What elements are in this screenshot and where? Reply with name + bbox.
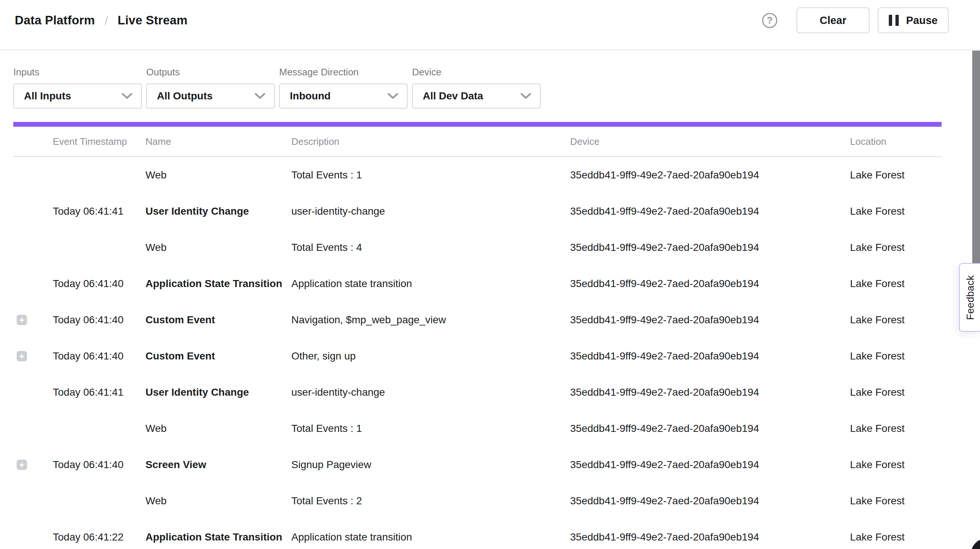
cell-timestamp: Today 06:41:40 [53, 314, 145, 326]
filter-dropdown[interactable]: Inbound [279, 83, 408, 109]
expand-cell [13, 532, 53, 543]
accent-divider [13, 122, 942, 127]
chevron-down-icon [122, 93, 132, 99]
cell-description: Application state transition [291, 278, 570, 290]
filter-label: Message Direction [279, 67, 408, 78]
column-header-name: Name [145, 136, 291, 147]
table-body: Web Total Events : 1 35eddb41-9ff9-49e2-… [13, 157, 942, 549]
table-row[interactable]: Web Total Events : 1 35eddb41-9ff9-49e2-… [13, 157, 942, 193]
expand-plus-icon[interactable]: + [17, 460, 27, 470]
cell-device: 35eddb41-9ff9-49e2-7aed-20afa90eb194 [570, 350, 850, 362]
table-row[interactable]: + Today 06:41:40 Custom Event Other, sig… [13, 338, 942, 374]
cell-timestamp: Today 06:41:40 [53, 350, 145, 362]
table-header: Event Timestamp Name Description Device … [13, 127, 942, 157]
expand-plus-icon[interactable]: + [17, 315, 27, 325]
cell-description: Total Events : 1 [291, 423, 570, 434]
table-row[interactable]: Web Total Events : 2 35eddb41-9ff9-49e2-… [13, 483, 942, 519]
pause-icon [889, 15, 899, 26]
cell-device: 35eddb41-9ff9-49e2-7aed-20afa90eb194 [570, 169, 850, 181]
table-row[interactable]: Web Total Events : 1 35eddb41-9ff9-49e2-… [13, 410, 942, 447]
pause-button-label: Pause [906, 14, 937, 27]
expand-cell [13, 243, 53, 253]
cell-device: 35eddb41-9ff9-49e2-7aed-20afa90eb194 [570, 386, 850, 398]
table-row[interactable]: Today 06:41:40 Application State Transit… [13, 266, 942, 302]
cell-device: 35eddb41-9ff9-49e2-7aed-20afa90eb194 [570, 459, 850, 471]
filter-label: Outputs [146, 67, 275, 78]
clear-button[interactable]: Clear [797, 7, 870, 33]
filter: Message Direction Inbound [279, 67, 408, 109]
table-row[interactable]: Today 06:41:41 User Identity Change user… [13, 193, 942, 230]
cell-description: Total Events : 1 [291, 169, 570, 181]
cell-description: Application state transition [291, 531, 570, 543]
cell-device: 35eddb41-9ff9-49e2-7aed-20afa90eb194 [570, 206, 850, 217]
table-row[interactable]: + Today 06:41:40 Custom Event Navigation… [13, 302, 942, 338]
cell-device: 35eddb41-9ff9-49e2-7aed-20afa90eb194 [570, 278, 850, 290]
expand-cell: + [13, 460, 53, 470]
expand-cell: + [13, 351, 53, 361]
expand-cell [13, 423, 53, 434]
filter-selected-value: All Outputs [157, 90, 213, 102]
chevron-down-icon [388, 93, 398, 99]
cell-location: Lake Forest [850, 206, 942, 217]
chat-bubble-button[interactable] [971, 539, 980, 549]
cell-location: Lake Forest [850, 278, 942, 290]
pause-button[interactable]: Pause [878, 7, 948, 33]
filter-dropdown[interactable]: All Inputs [13, 83, 142, 109]
expand-cell [13, 387, 53, 397]
cell-description: user-identity-change [291, 386, 570, 398]
filter: Inputs All Inputs [13, 67, 142, 109]
breadcrumb-data-platform[interactable]: Data Platform [15, 13, 95, 27]
filter: Outputs All Outputs [146, 67, 275, 109]
cell-description: user-identity-change [291, 206, 570, 217]
filters: Inputs All Inputs Outputs All Outputs Me… [0, 50, 980, 109]
cell-name: Web [145, 242, 291, 254]
cell-name: Web [145, 495, 291, 507]
filter-selected-value: Inbound [290, 90, 331, 102]
cell-location: Lake Forest [850, 459, 942, 471]
cell-device: 35eddb41-9ff9-49e2-7aed-20afa90eb194 [570, 531, 850, 543]
filter-selected-value: All Inputs [24, 90, 71, 102]
filter-dropdown[interactable]: All Dev Data [412, 83, 541, 109]
filter-dropdown[interactable]: All Outputs [146, 83, 275, 109]
cell-description: Signup Pageview [291, 459, 570, 471]
table-row[interactable]: Web Total Events : 4 35eddb41-9ff9-49e2-… [13, 230, 942, 266]
cell-name: Web [145, 169, 291, 181]
cell-timestamp: Today 06:41:22 [53, 531, 145, 543]
feedback-tab[interactable]: Feedback [959, 263, 980, 332]
cell-name: Custom Event [145, 350, 291, 362]
cell-timestamp: Today 06:41:41 [53, 206, 145, 217]
cell-name: Custom Event [145, 314, 291, 326]
live-stream-page: Data Platform / Live Stream ? Clear Paus… [0, 0, 980, 549]
expand-plus-icon[interactable]: + [17, 351, 27, 361]
expand-cell [13, 206, 53, 217]
chevron-down-icon [255, 93, 265, 99]
cell-location: Lake Forest [850, 350, 942, 362]
feedback-tab-label: Feedback [965, 275, 976, 320]
cell-device: 35eddb41-9ff9-49e2-7aed-20afa90eb194 [570, 314, 850, 326]
cell-name: Web [145, 423, 291, 434]
scrollbar-thumb[interactable] [972, 51, 980, 266]
cell-location: Lake Forest [850, 169, 942, 181]
filter-selected-value: All Dev Data [423, 90, 483, 102]
cell-timestamp: Today 06:41:40 [53, 459, 145, 471]
table-row[interactable]: Today 06:41:41 User Identity Change user… [13, 374, 942, 410]
cell-device: 35eddb41-9ff9-49e2-7aed-20afa90eb194 [570, 423, 850, 434]
cell-location: Lake Forest [850, 531, 942, 543]
cell-name: Application State Transition [145, 278, 291, 290]
column-header-event-timestamp: Event Timestamp [53, 136, 145, 147]
expand-cell [13, 496, 53, 506]
expand-cell [13, 279, 53, 289]
table-row[interactable]: Today 06:41:22 Application State Transit… [13, 519, 942, 549]
cell-description: Total Events : 4 [291, 242, 570, 254]
cell-name: Screen View [145, 459, 291, 471]
column-header-description: Description [291, 136, 570, 147]
help-icon[interactable]: ? [762, 13, 777, 28]
header: Data Platform / Live Stream ? Clear Paus… [0, 0, 980, 50]
header-actions: ? Clear Pause [762, 7, 948, 33]
column-header-location: Location [850, 136, 942, 147]
cell-timestamp: Today 06:41:41 [53, 386, 145, 398]
table-row[interactable]: + Today 06:41:40 Screen View Signup Page… [13, 447, 942, 483]
cell-location: Lake Forest [850, 423, 942, 434]
cell-location: Lake Forest [850, 495, 942, 507]
cell-name: User Identity Change [145, 386, 291, 398]
